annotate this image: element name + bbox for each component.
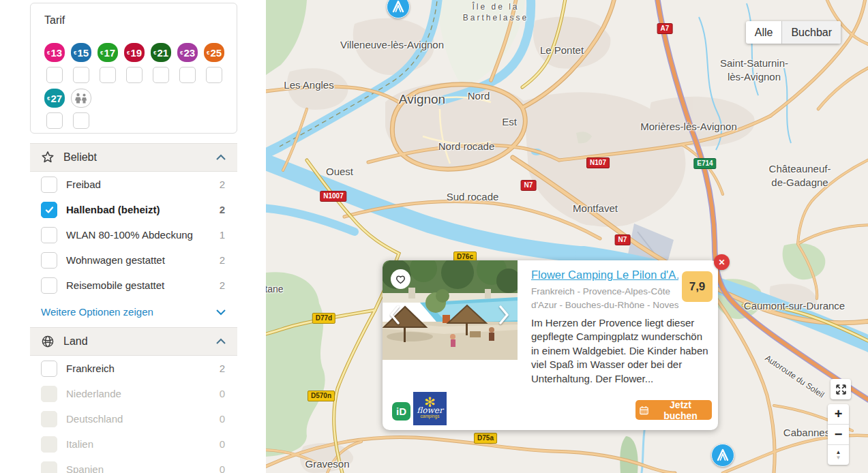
tarif-checkbox-27[interactable]: [46, 112, 63, 129]
tarif-option: €19: [124, 43, 143, 83]
tarif-checkbox-15[interactable]: [73, 67, 89, 83]
tarif-option: [71, 89, 90, 129]
checkbox: [41, 411, 57, 427]
tarif-option: €21: [151, 43, 170, 83]
chevron-down-icon: [215, 309, 226, 316]
filter-count: 0: [220, 413, 225, 425]
more-options-label: Weitere Optionen zeigen: [41, 306, 153, 318]
filter-count: 0: [220, 388, 225, 399]
filter-row-freibad[interactable]: Freibad 2: [30, 172, 237, 197]
zoom-out-button[interactable]: −: [828, 425, 849, 445]
campsite-marker[interactable]: [711, 444, 734, 467]
book-now-label: Jetzt buchen: [653, 399, 708, 421]
filter-row-wohnwagen[interactable]: Wohnwagen gestattet 2: [30, 247, 237, 273]
filter-label: Frankreich: [66, 363, 115, 374]
filter-label: Spanien: [66, 463, 104, 473]
tarif-option: €17: [98, 43, 117, 83]
tarif-option: €27: [44, 89, 63, 129]
filter-row-italien[interactable]: Italien 0: [30, 431, 237, 457]
id-logo: iD: [392, 402, 410, 421]
more-options-link[interactable]: Weitere Optionen zeigen: [30, 298, 237, 326]
filter-label: Deutschland: [66, 413, 123, 425]
map-viewport[interactable]: Île de laBarthelasseVilleneuve-lès-Avign…: [266, 0, 868, 473]
filter-count: 2: [220, 279, 225, 291]
carousel-prev-button[interactable]: [389, 305, 400, 327]
tarif-checkbox-17[interactable]: [100, 67, 116, 83]
filter-label: WLAN 80-100% Abdeckung: [66, 229, 193, 241]
price-badge-25: €25: [204, 43, 224, 62]
road-badge-n7: N7: [615, 234, 631, 245]
checkbox: [41, 386, 57, 402]
checkbox[interactable]: [41, 277, 57, 294]
road-badge-a7: A7: [657, 23, 673, 34]
tarif-checkbox-23[interactable]: [179, 67, 196, 83]
section-beliebt: Beliebt Freibad 2 Hallenbad (beheizt) 2 …: [30, 143, 237, 326]
tarif-checkbox-family[interactable]: [73, 112, 89, 129]
zoom-in-button[interactable]: +: [828, 404, 849, 425]
filter-count: 2: [220, 179, 225, 190]
price-badge-17: €17: [98, 43, 118, 62]
section-land: Land Frankreich 2 Niederlande 0 Deutschl…: [30, 327, 237, 473]
filter-row-niederlande[interactable]: Niederlande 0: [30, 381, 237, 406]
book-now-button[interactable]: Jetzt buchen: [635, 400, 712, 420]
filter-count: 2: [220, 204, 225, 215]
section-header-beliebt[interactable]: Beliebt: [30, 143, 237, 172]
filter-row-spanien[interactable]: Spanien 0: [30, 457, 237, 473]
filter-label: Hallenbad (beheizt): [66, 204, 160, 215]
road-badge-n1007: N1007: [320, 191, 346, 202]
tarif-checkbox-19[interactable]: [126, 67, 143, 83]
price-badge-13: €13: [44, 43, 65, 62]
tarif-option: €13: [44, 43, 63, 83]
price-badge-27: €27: [44, 89, 65, 108]
checkbox[interactable]: [41, 227, 57, 243]
carousel-next-button[interactable]: [498, 305, 509, 327]
price-badge-15: €15: [71, 43, 91, 62]
filter-row-wlan[interactable]: WLAN 80-100% Abdeckung 1: [30, 222, 237, 247]
close-popup-button[interactable]: ✕: [714, 254, 730, 270]
checkbox: [41, 436, 57, 453]
checkbox: [41, 461, 57, 473]
favorite-button[interactable]: [391, 269, 410, 289]
section-title: Land: [63, 335, 88, 348]
tilt-down-icon: ▼: [836, 455, 841, 461]
toggle-alle[interactable]: Alle: [746, 21, 782, 44]
checkbox[interactable]: [41, 202, 57, 218]
tarif-card: Tarif €13€15€17€19€21€23€25€27: [30, 3, 237, 134]
filter-label: Freibad: [66, 179, 101, 190]
filter-sidebar: Tarif €13€15€17€19€21€23€25€27 Beliebt F…: [0, 0, 266, 473]
tarif-badge-grid: €13€15€17€19€21€23€25€27: [44, 43, 233, 129]
tarif-option: €25: [204, 43, 223, 83]
section-title: Beliebt: [63, 151, 97, 164]
road-badge-d75a: D75a: [474, 433, 497, 444]
tarif-checkbox-13[interactable]: [46, 67, 63, 83]
filter-count: 0: [220, 463, 225, 473]
tarif-checkbox-25[interactable]: [206, 67, 222, 83]
chevron-up-icon: [215, 338, 226, 345]
map-zoom-controls: + − ▲ ▼: [828, 404, 849, 465]
checkbox[interactable]: [41, 177, 57, 193]
filter-label: Italien: [66, 438, 93, 450]
filter-row-hallenbad[interactable]: Hallenbad (beheizt) 2: [30, 197, 237, 222]
toggle-buchbar[interactable]: Buchbar: [781, 21, 841, 44]
tilt-control[interactable]: ▲ ▼: [828, 445, 849, 465]
tarif-checkbox-21[interactable]: [153, 67, 169, 83]
filter-label: Niederlande: [66, 388, 121, 399]
checkbox[interactable]: [41, 361, 57, 377]
checkbox[interactable]: [41, 252, 57, 269]
section-header-land[interactable]: Land: [30, 327, 237, 356]
flower-campings-logo: ✻ flower campings: [413, 392, 447, 425]
campsite-location: Frankreich - Provence-Alpes-Côte d'Azur …: [531, 285, 688, 313]
filter-count: 2: [220, 363, 225, 374]
filter-count: 1: [220, 229, 225, 241]
campsite-map-page: Tarif €13€15€17€19€21€23€25€27 Beliebt F…: [0, 0, 868, 473]
filter-row-deutschland[interactable]: Deutschland 0: [30, 406, 237, 431]
filter-row-reisemobile[interactable]: Reisemobile gestattet 2: [30, 273, 237, 298]
filter-label: Wohnwagen gestattet: [66, 254, 165, 266]
availability-toggle: Alle Buchbar: [746, 21, 841, 44]
star-icon: [41, 151, 55, 164]
campsite-title-link[interactable]: Flower Camping Le Pilon d'A…: [531, 269, 678, 281]
price-badge-21: €21: [151, 43, 171, 62]
filter-row-frankreich[interactable]: Frankreich 2: [30, 356, 237, 381]
road-badge-d570n: D570n: [308, 391, 335, 401]
fullscreen-button[interactable]: [830, 379, 851, 399]
